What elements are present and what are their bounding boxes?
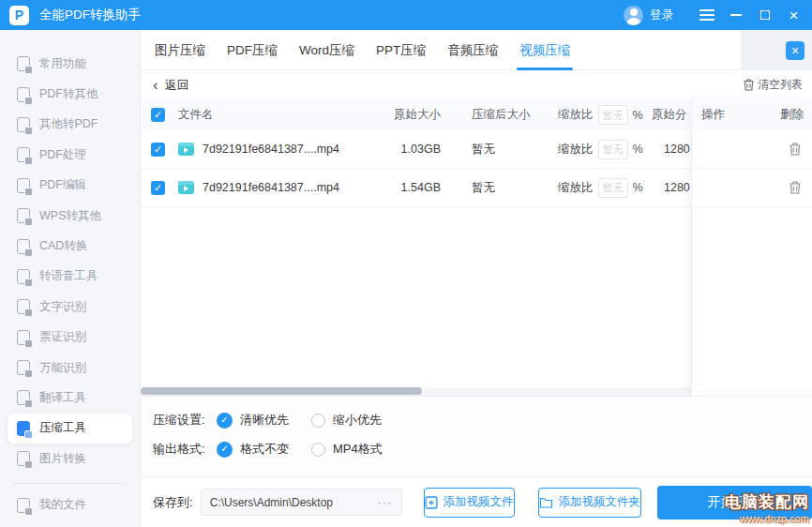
back-button[interactable]: ‹返回	[153, 77, 189, 94]
add-video-folder-label: 添加视频文件夹	[559, 494, 641, 510]
menu-button[interactable]	[692, 0, 721, 30]
fixed-action-columns: 操作 删除	[691, 99, 812, 396]
sidebar-item-label: 万能识别	[39, 360, 86, 376]
tab-image-compress[interactable]: 图片压缩	[155, 30, 205, 70]
row-scale-label: 缩放比	[558, 180, 594, 196]
sidebar-item-label: WPS转其他	[39, 208, 101, 224]
radio-size-first[interactable]	[311, 414, 325, 428]
wps-to-other-icon	[17, 208, 30, 223]
scale-ratio-input[interactable]	[598, 140, 628, 159]
tab-video-compress[interactable]: 视频压缩	[519, 30, 570, 70]
option-keep-format[interactable]: 格式不变	[240, 441, 289, 458]
app-logo-icon: P	[9, 6, 29, 25]
common-functions-icon	[17, 56, 30, 71]
sidebar-item-common-functions[interactable]: 常用功能	[0, 49, 140, 79]
sidebar: 常用功能 PDF转其他 其他转PDF PDF处理 PDF编辑 WPS转其他 CA…	[0, 30, 141, 527]
main-panel: 图片压缩 PDF压缩 Word压缩 PPT压缩 音频压缩 视频压缩 × ‹返回 …	[141, 30, 812, 527]
row-resolution: 1280	[664, 130, 694, 168]
option-mp4-format[interactable]: MP4格式	[333, 441, 383, 458]
row-resolution: 1280	[664, 169, 694, 206]
sidebar-item-compress-tools[interactable]: 压缩工具	[8, 414, 132, 444]
save-to-label: 保存到:	[153, 494, 193, 511]
sidebar-item-universal-ocr[interactable]: 万能识别	[0, 353, 140, 383]
cad-convert-icon	[17, 239, 30, 254]
video-file-icon	[178, 143, 194, 156]
row-compressed-size: 暂无	[472, 130, 495, 168]
translate-tools-icon	[17, 390, 30, 405]
delete-row-button[interactable]	[789, 181, 801, 194]
add-video-folder-button[interactable]: 添加视频文件夹	[538, 488, 642, 518]
header-filename: 文件名	[178, 99, 214, 130]
text-ocr-icon	[17, 299, 30, 314]
sidebar-item-translate-tools[interactable]: 翻译工具	[0, 383, 140, 413]
horizontal-scrollbar[interactable]	[141, 387, 691, 396]
scrollbar-thumb[interactable]	[141, 387, 422, 395]
option-size-first[interactable]: 缩小优先	[333, 412, 382, 429]
compress-tools-icon	[17, 421, 30, 436]
sidebar-item-image-convert[interactable]: 图片转换	[0, 444, 140, 474]
row-percent-sign: %	[633, 143, 643, 156]
radio-mp4-format[interactable]	[311, 443, 325, 457]
maximize-button[interactable]	[750, 0, 779, 30]
sidebar-item-wps-to-other[interactable]: WPS转其他	[0, 201, 140, 231]
scale-ratio-input-all[interactable]	[598, 105, 628, 125]
header-operation: 操作	[701, 99, 725, 130]
sidebar-item-pdf-process[interactable]: PDF处理	[0, 140, 140, 170]
sidebar-item-label: PDF处理	[39, 147, 86, 163]
action-row	[692, 169, 812, 207]
close-panel-button[interactable]: ×	[786, 41, 804, 60]
tab-audio-compress[interactable]: 音频压缩	[447, 30, 498, 70]
clear-list-button[interactable]: 清空列表	[744, 77, 803, 93]
tab-word-compress[interactable]: Word压缩	[299, 30, 354, 70]
sidebar-item-other-to-pdf[interactable]: 其他转PDF	[0, 110, 140, 140]
sidebar-divider	[13, 483, 127, 484]
close-button[interactable]: ×	[779, 0, 808, 30]
footer-bar: 保存到: ··· 添加视频文件 添加视频文件夹 开始压缩	[141, 476, 812, 527]
sidebar-item-cad-convert[interactable]: CAD转换	[0, 231, 140, 261]
app-window: P 全能PDF转换助手 登录 × 常用功能 PDF转其他 其他转PDF PDF处…	[0, 0, 812, 527]
sidebar-item-pdf-to-other[interactable]: PDF转其他	[0, 79, 140, 109]
sidebar-item-label: 转语音工具	[39, 268, 98, 284]
scale-ratio-input[interactable]	[598, 178, 628, 198]
sidebar-item-label: 文字识别	[39, 299, 86, 315]
other-to-pdf-icon	[17, 117, 30, 132]
output-format-label: 输出格式:	[153, 441, 217, 458]
action-row	[692, 130, 812, 169]
sidebar-item-to-speech[interactable]: 转语音工具	[0, 262, 140, 292]
folder-icon	[539, 496, 553, 508]
row-percent-sign: %	[633, 181, 643, 194]
delete-row-button[interactable]	[789, 143, 801, 156]
sidebar-item-pdf-edit[interactable]: PDF编辑	[0, 171, 140, 201]
row-filename: 7d92191fe6841387....mp4	[203, 143, 339, 156]
minimize-button[interactable]	[721, 0, 750, 30]
user-avatar-icon[interactable]	[624, 6, 643, 25]
browse-path-button[interactable]: ···	[378, 495, 393, 509]
sidebar-item-text-ocr[interactable]: 文字识别	[0, 292, 140, 322]
save-path-input[interactable]	[210, 496, 378, 509]
tab-pdf-compress[interactable]: PDF压缩	[227, 30, 278, 70]
sidebar-item-my-files[interactable]: 我的文件	[0, 489, 140, 519]
radio-keep-format-selected[interactable]	[217, 442, 233, 458]
minimize-icon	[730, 14, 742, 16]
trash-icon	[789, 143, 801, 156]
sidebar-item-label: 常用功能	[39, 56, 86, 72]
sidebar-item-label: CAD转换	[39, 238, 87, 254]
save-path-box: ···	[201, 489, 402, 516]
row-original-size: 1.03GB	[356, 130, 441, 168]
row-checkbox[interactable]	[151, 181, 165, 195]
tab-ppt-compress[interactable]: PPT压缩	[376, 30, 426, 70]
sidebar-item-label: 我的文件	[39, 497, 86, 513]
radio-clarity-first-selected[interactable]	[217, 413, 233, 429]
login-button[interactable]: 登录	[650, 8, 673, 23]
chevron-left-icon: ‹	[153, 77, 158, 93]
select-all-checkbox[interactable]	[151, 108, 165, 122]
start-compress-button[interactable]: 开始压缩	[657, 486, 812, 519]
sidebar-item-ticket-ocr[interactable]: 票证识别	[0, 323, 140, 353]
row-checkbox[interactable]	[151, 143, 165, 157]
clear-list-label: 清空列表	[758, 77, 803, 93]
option-clarity-first[interactable]: 清晰优先	[240, 412, 289, 429]
header-scale-label: 缩放比	[558, 107, 594, 123]
add-video-file-button[interactable]: 添加视频文件	[424, 488, 515, 518]
sidebar-item-label: 票证识别	[39, 329, 86, 345]
output-format-row: 输出格式: 格式不变 MP4格式	[153, 440, 405, 459]
